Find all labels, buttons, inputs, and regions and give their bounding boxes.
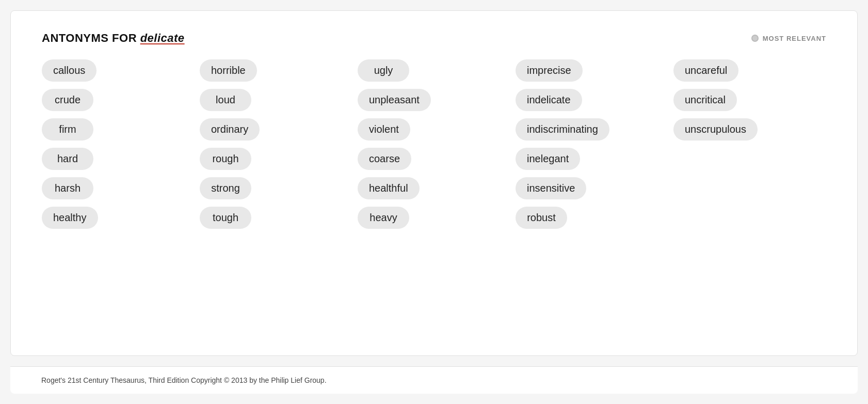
word-pill-inelegant[interactable]: inelegant	[516, 148, 580, 170]
column-1: callouscrudefirmhardharshhealthy	[42, 59, 195, 229]
target-word: delicate	[140, 32, 185, 44]
word-pill-ordinary[interactable]: ordinary	[200, 118, 260, 141]
most-relevant-dot-icon	[751, 35, 759, 42]
column-2: horribleloudordinaryroughstrongtough	[200, 59, 352, 229]
word-pill-hard[interactable]: hard	[42, 148, 93, 170]
word-pill-indiscriminating[interactable]: indiscriminating	[516, 118, 609, 141]
word-pill-healthful[interactable]: healthful	[358, 177, 420, 199]
word-pill-strong[interactable]: strong	[200, 177, 251, 199]
word-pill-heavy[interactable]: heavy	[358, 207, 409, 229]
word-pill-imprecise[interactable]: imprecise	[516, 59, 583, 82]
word-pill-rough[interactable]: rough	[200, 148, 251, 170]
word-pill-ugly[interactable]: ugly	[358, 59, 409, 82]
antonyms-label: ANTONYMS FOR	[42, 32, 137, 44]
footer: Roget's 21st Century Thesaurus, Third Ed…	[10, 366, 858, 394]
word-pill-harsh[interactable]: harsh	[42, 177, 93, 199]
word-pill-horrible[interactable]: horrible	[200, 59, 257, 82]
column-3: uglyunpleasantviolentcoarsehealthfulheav…	[358, 59, 510, 229]
word-pill-uncareful[interactable]: uncareful	[673, 59, 738, 82]
word-pill-healthy[interactable]: healthy	[42, 207, 98, 229]
most-relevant-label: MOST RELEVANT	[763, 35, 826, 42]
word-pill-violent[interactable]: violent	[358, 118, 410, 141]
header-row: ANTONYMS FOR delicate MOST RELEVANT	[42, 32, 826, 45]
words-grid: callouscrudefirmhardharshhealthyhorrible…	[42, 59, 826, 229]
word-pill-insensitive[interactable]: insensitive	[516, 177, 586, 199]
word-pill-unscrupulous[interactable]: unscrupulous	[673, 118, 758, 141]
word-pill-coarse[interactable]: coarse	[358, 148, 411, 170]
word-pill-callous[interactable]: callous	[42, 59, 97, 82]
word-pill-tough[interactable]: tough	[200, 207, 251, 229]
page-title: ANTONYMS FOR delicate	[42, 32, 185, 45]
column-4: impreciseindelicateindiscriminatinginele…	[516, 59, 668, 229]
copyright-text: Roget's 21st Century Thesaurus, Third Ed…	[41, 376, 327, 384]
word-pill-uncritical[interactable]: uncritical	[673, 89, 737, 111]
word-pill-loud[interactable]: loud	[200, 89, 251, 111]
word-pill-firm[interactable]: firm	[42, 118, 93, 141]
word-pill-robust[interactable]: robust	[516, 207, 567, 229]
word-pill-unpleasant[interactable]: unpleasant	[358, 89, 431, 111]
most-relevant-indicator: MOST RELEVANT	[751, 35, 826, 42]
word-pill-crude[interactable]: crude	[42, 89, 93, 111]
word-pill-indelicate[interactable]: indelicate	[516, 89, 582, 111]
column-5: uncarefuluncriticalunscrupulous	[673, 59, 826, 229]
